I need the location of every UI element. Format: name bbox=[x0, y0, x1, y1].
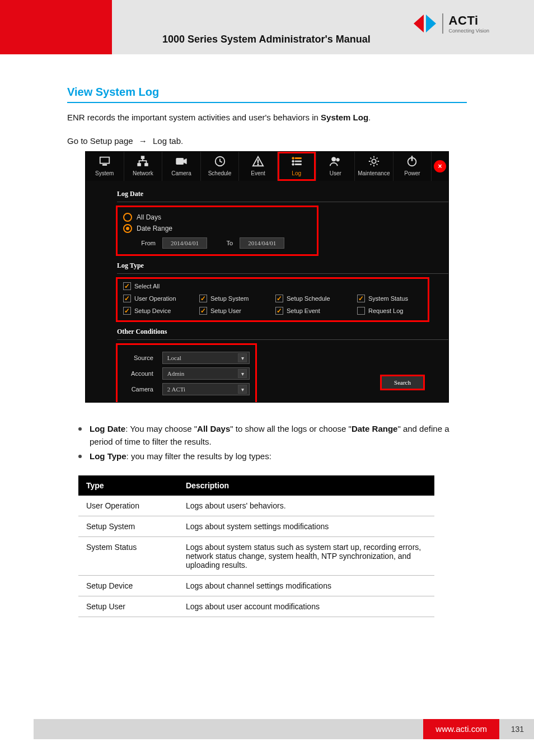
check-setup-event[interactable]: Setup Event bbox=[275, 307, 354, 315]
check-user-operation[interactable]: User Operation bbox=[123, 295, 196, 302]
chevron-down-icon: ▾ bbox=[238, 369, 247, 378]
checkbox-on-icon bbox=[199, 295, 207, 302]
toolbar: System Network Camera Schedule Event bbox=[86, 152, 448, 181]
radio-on-icon bbox=[123, 224, 132, 233]
tab-user[interactable]: User bbox=[316, 152, 355, 181]
svg-rect-5 bbox=[138, 164, 141, 166]
th-type: Type bbox=[78, 475, 178, 496]
doc-footer: www.acti.com 131 bbox=[34, 719, 534, 739]
camera-icon bbox=[175, 155, 188, 167]
othercond-box: Source Local▾ Account Admin▾ Camera 2 AC… bbox=[116, 343, 257, 403]
users-icon bbox=[329, 155, 342, 167]
tab-power[interactable]: Power bbox=[394, 152, 432, 181]
td-desc: Logs about system settings modifications bbox=[178, 516, 434, 536]
td-type: User Operation bbox=[78, 496, 178, 516]
check-select-all[interactable]: Select All bbox=[123, 282, 422, 290]
camera-label: Camera bbox=[123, 385, 153, 393]
svg-point-21 bbox=[372, 160, 376, 164]
checkbox-on-icon bbox=[357, 295, 365, 302]
tab-camera[interactable]: Camera bbox=[162, 152, 201, 181]
camera-select[interactable]: 2 ACTi▾ bbox=[162, 383, 250, 395]
svg-rect-6 bbox=[145, 164, 148, 166]
check-label: Setup Schedule bbox=[287, 295, 330, 302]
check-label: User Operation bbox=[134, 295, 176, 302]
logtype-heading: Log Type bbox=[117, 259, 448, 274]
checkbox-on-icon bbox=[123, 282, 131, 290]
footer-url[interactable]: www.acti.com bbox=[423, 719, 499, 739]
tab-schedule[interactable]: Schedule bbox=[201, 152, 240, 181]
account-select[interactable]: Admin▾ bbox=[162, 367, 250, 380]
tab-system[interactable]: System bbox=[86, 152, 124, 181]
checkbox-on-icon bbox=[123, 307, 131, 315]
th-desc: Description bbox=[178, 475, 434, 496]
tab-network[interactable]: Network bbox=[124, 152, 163, 181]
check-setup-system[interactable]: Setup System bbox=[199, 295, 272, 302]
td-type: Setup Device bbox=[78, 575, 178, 596]
check-label: Select All bbox=[134, 282, 160, 290]
check-setup-user[interactable]: Setup User bbox=[199, 307, 272, 315]
svg-rect-23 bbox=[411, 156, 413, 161]
td-desc: Logs about system status such as system … bbox=[178, 536, 434, 575]
tab-log[interactable]: Log bbox=[278, 152, 316, 181]
logtype-table: Type Description User OperationLogs abou… bbox=[78, 475, 434, 617]
monitor-icon bbox=[98, 155, 111, 167]
check-label: Setup Event bbox=[287, 307, 320, 315]
td-type: Setup System bbox=[78, 516, 178, 536]
source-select[interactable]: Local▾ bbox=[162, 352, 250, 364]
check-setup-schedule[interactable]: Setup Schedule bbox=[275, 295, 354, 302]
bullet-2-text: Log Type: you may filter the results by … bbox=[90, 450, 271, 463]
header-accent bbox=[0, 0, 112, 54]
search-button[interactable]: Search bbox=[381, 376, 424, 389]
to-label: To bbox=[214, 239, 233, 247]
radio-label: Date Range bbox=[137, 225, 172, 232]
check-label: Request Log bbox=[368, 307, 403, 315]
power-icon bbox=[405, 155, 419, 167]
checkbox-on-icon bbox=[275, 295, 283, 302]
doc-header: 1000 Series System Administrator's Manua… bbox=[0, 0, 534, 54]
checkbox-on-icon bbox=[275, 307, 283, 315]
td-type: System Status bbox=[78, 536, 178, 575]
check-label: Setup Device bbox=[134, 307, 171, 315]
tab-label: Network bbox=[133, 170, 153, 178]
logtype-box: Select All User OperationSetup SystemSet… bbox=[116, 277, 429, 322]
gear-icon bbox=[367, 155, 381, 167]
section-heading: View System Log bbox=[67, 86, 467, 103]
chevron-down-icon: ▾ bbox=[238, 385, 247, 394]
svg-marker-1 bbox=[426, 15, 436, 32]
check-request-log[interactable]: Request Log bbox=[357, 307, 430, 315]
brand-logo: ACTi Connecting Vision bbox=[413, 12, 489, 35]
svg-point-13 bbox=[292, 157, 294, 160]
td-type: Setup User bbox=[78, 596, 178, 617]
tab-label: System bbox=[95, 170, 114, 178]
to-date-input[interactable]: 2014/04/01 bbox=[240, 237, 284, 249]
svg-rect-2 bbox=[100, 157, 110, 164]
svg-point-19 bbox=[332, 157, 336, 161]
svg-rect-12 bbox=[257, 164, 259, 165]
source-label: Source bbox=[123, 354, 153, 362]
alert-icon bbox=[251, 155, 265, 167]
intro-text: ENR records the important system activit… bbox=[67, 111, 467, 124]
from-date-input[interactable]: 2014/04/01 bbox=[162, 237, 207, 249]
tab-maintenance[interactable]: Maintenance bbox=[355, 152, 394, 181]
nav-note: Go to Setup page → Log tab. bbox=[67, 136, 467, 146]
bullet-dot-icon bbox=[78, 427, 82, 431]
chevron-down-icon: ▾ bbox=[238, 353, 247, 362]
td-desc: Logs about user account modifications bbox=[178, 596, 434, 617]
radio-all-days[interactable]: All Days bbox=[123, 213, 311, 222]
check-system-status[interactable]: System Status bbox=[357, 295, 430, 302]
check-setup-device[interactable]: Setup Device bbox=[123, 307, 196, 315]
checkbox-off-icon bbox=[357, 307, 365, 315]
check-label: Setup System bbox=[210, 295, 249, 302]
svg-rect-18 bbox=[295, 164, 301, 165]
screenshot-panel: System Network Camera Schedule Event bbox=[85, 151, 449, 403]
page-number: 131 bbox=[511, 719, 524, 739]
othercond-heading: Other Conditions bbox=[117, 325, 448, 340]
svg-rect-4 bbox=[142, 156, 145, 159]
close-button[interactable]: × bbox=[432, 152, 448, 181]
clock-icon bbox=[213, 155, 227, 167]
brand-name: ACTi bbox=[449, 13, 489, 28]
tab-event[interactable]: Event bbox=[239, 152, 278, 181]
logdate-box: All Days Date Range From 2014/04/01 To 2… bbox=[116, 206, 318, 256]
checkbox-on-icon bbox=[199, 307, 207, 315]
radio-date-range[interactable]: Date Range bbox=[123, 224, 311, 233]
